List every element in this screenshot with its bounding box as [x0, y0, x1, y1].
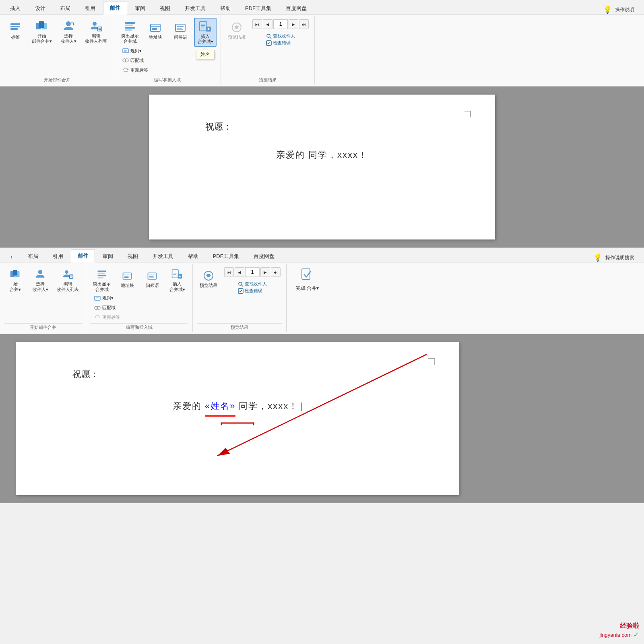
svg-rect-29: [123, 49, 128, 53]
watermark-check: ✓: [633, 630, 639, 639]
start-merge-icon: [35, 20, 48, 33]
btn-address-bottom[interactable]: 地址块: [116, 266, 138, 291]
tab-ref-top[interactable]: 引用: [78, 2, 102, 14]
btn-insert-merge-top[interactable]: 插入合并域▾ 姓名: [194, 18, 217, 47]
doc-corner-bottom: [428, 358, 435, 365]
tab-review-bottom[interactable]: 审阅: [96, 250, 120, 262]
btn-select-recipients-top[interactable]: 选择收件人▾: [57, 18, 80, 46]
nav-first-top[interactable]: ⏮: [252, 19, 262, 29]
svg-rect-54: [124, 277, 129, 278]
btn-insert-merge-bottom[interactable]: 插入合并域▾: [166, 266, 188, 294]
group-start-merge-label-top: 开始邮件合并: [4, 76, 110, 83]
nav-prev-top[interactable]: ◀: [263, 19, 272, 29]
btn-rules-bottom[interactable]: 规则▾: [93, 294, 122, 302]
nav-prev-bottom[interactable]: ◀: [235, 267, 244, 277]
group-start-merge-content: 标签 开始邮件合并▾: [4, 18, 110, 74]
btn-update-top[interactable]: 更新标签: [121, 66, 150, 74]
tab-layout-top[interactable]: 布局: [53, 2, 77, 14]
nav-last-bottom[interactable]: ⏭: [271, 267, 281, 277]
tab-help-top[interactable]: 帮助: [213, 2, 237, 14]
group-preview-label-bottom: 预览结果: [197, 323, 282, 330]
svg-point-37: [267, 34, 270, 37]
nav-last-top[interactable]: ⏭: [299, 19, 309, 29]
tab-layout-bottom[interactable]: 布局: [21, 250, 45, 262]
tab-mail-bottom[interactable]: 邮件: [71, 250, 95, 262]
btn-greeting-bottom[interactable]: 问候语: [141, 266, 163, 291]
btn-edit-label-bottom: 编辑收件人列表: [57, 281, 79, 292]
tab-ref-bottom[interactable]: 引用: [46, 250, 70, 262]
btn-highlight-top[interactable]: 突出显示合并域: [118, 18, 142, 46]
btn-update-bottom[interactable]: 更新标签: [93, 314, 122, 322]
nav-first-bottom[interactable]: ⏮: [224, 267, 234, 277]
svg-rect-1: [10, 26, 20, 27]
doc-corner-top: [464, 111, 471, 117]
btn-greeting-top[interactable]: 问候语: [169, 18, 192, 43]
svg-point-69: [97, 306, 100, 310]
preview-icon-bottom: [202, 269, 215, 282]
tab-insert-top[interactable]: 插入: [3, 2, 27, 14]
svg-rect-22: [200, 22, 207, 31]
svg-line-38: [270, 37, 271, 39]
svg-rect-48: [98, 271, 106, 272]
tab-baidu-bottom[interactable]: 百度网盘: [247, 250, 281, 262]
btn-start-merge-bottom[interactable]: 始合并▾: [4, 266, 27, 294]
btn-match-bottom[interactable]: 匹配域: [93, 304, 122, 312]
nav-input-bottom[interactable]: [245, 267, 260, 277]
btn-rules-top[interactable]: 规则▾: [121, 47, 150, 55]
bottom-doc-area: 祝愿： 亲爱的 «姓名» 同学，xxxx！: [0, 334, 644, 503]
group-preview-top: 预览结果 ⏮ ◀ ▶ ⏭ 查找收件人: [221, 16, 315, 85]
preview-functions-bottom: 查找收件人 检查错误: [238, 281, 267, 294]
btn-tag-top[interactable]: 标签: [4, 18, 27, 43]
btn-check-error-bottom[interactable]: 检查错误: [238, 288, 267, 294]
btn-address-top[interactable]: 地址块: [144, 18, 167, 43]
btn-find-recipient-bottom[interactable]: 查找收件人: [238, 281, 267, 287]
tab-mail-top[interactable]: 邮件: [103, 2, 127, 14]
tab-plus-bottom[interactable]: +: [3, 251, 20, 262]
btn-find-recipient-top[interactable]: 查找收件人: [266, 33, 295, 39]
svg-rect-5: [39, 21, 44, 28]
text-cursor: [301, 402, 302, 411]
tab-pdf-bottom[interactable]: PDF工具集: [206, 250, 246, 262]
tab-pdf-top[interactable]: PDF工具集: [238, 2, 278, 14]
btn-finish-merge[interactable]: 完成 合并▾: [293, 266, 322, 293]
btn-edit-recipients-top[interactable]: 编辑收件人列表: [82, 18, 110, 46]
btn-highlight-bottom[interactable]: 突出显示合并域: [90, 266, 114, 294]
tab-dev-top[interactable]: 开发工具: [178, 2, 213, 14]
tab-dev-bottom[interactable]: 开发工具: [146, 250, 180, 262]
btn-insert-merge-label-top: 插入合并域▾: [198, 34, 213, 44]
doc-main-bottom: 亲爱的 «姓名» 同学，xxxx！: [48, 398, 427, 414]
rules-group-bottom: 规则▾ 匹配域 更新标签: [93, 294, 122, 322]
btn-preview-top[interactable]: 预览结果: [225, 18, 248, 43]
tab-view-bottom[interactable]: 视图: [121, 250, 145, 262]
btn-select-bottom[interactable]: 选择收件人▾: [29, 266, 52, 294]
btn-select-label-top: 选择收件人▾: [61, 33, 76, 44]
tab-review-top[interactable]: 审阅: [128, 2, 152, 14]
tab-view-top[interactable]: 视图: [153, 2, 177, 14]
svg-rect-59: [172, 270, 179, 278]
nav-next-top[interactable]: ▶: [289, 19, 298, 29]
nav-next-bottom[interactable]: ▶: [260, 267, 270, 277]
svg-rect-51: [98, 277, 103, 279]
group-start-merge-top: 标签 开始邮件合并▾: [0, 16, 114, 85]
bottom-section: + 布局 引用 邮件 审阅 视图 开发工具 帮助 PDF工具集 百度网盘 💡 操…: [0, 248, 644, 503]
help-search-bottom[interactable]: 操作说明搜索: [605, 254, 634, 261]
btn-greeting-label-bottom: 问候语: [146, 283, 159, 288]
btn-match-top[interactable]: 匹配域: [121, 56, 150, 64]
group-preview-content-top: 预览结果 ⏮ ◀ ▶ ⏭ 查找收件人: [225, 18, 310, 74]
tab-help-bottom[interactable]: 帮助: [181, 250, 205, 262]
group-preview-content-bottom: 预览结果 ⏮ ◀ ▶ ⏭ 查找收件人: [197, 266, 282, 321]
btn-edit-bottom[interactable]: 编辑收件人列表: [54, 266, 82, 294]
btn-check-error-top[interactable]: 检查错误: [266, 40, 295, 46]
help-search-top[interactable]: 操作说明: [615, 6, 634, 13]
group-write-content-top: 突出显示合并域 地址块: [118, 18, 217, 47]
svg-point-71: [207, 274, 210, 277]
btn-start-merge-top[interactable]: 开始邮件合并▾: [29, 18, 55, 46]
svg-rect-13: [125, 27, 135, 29]
bulb-icon-bottom: 💡: [593, 253, 602, 262]
btn-preview-bottom[interactable]: 预览结果: [197, 266, 220, 291]
tab-baidu-top[interactable]: 百度网盘: [279, 2, 314, 14]
tab-design-top[interactable]: 设计: [28, 2, 52, 14]
tooltip-text: 姓名: [200, 52, 210, 57]
address-icon-bottom: [121, 269, 134, 282]
nav-input-top[interactable]: [273, 19, 288, 29]
